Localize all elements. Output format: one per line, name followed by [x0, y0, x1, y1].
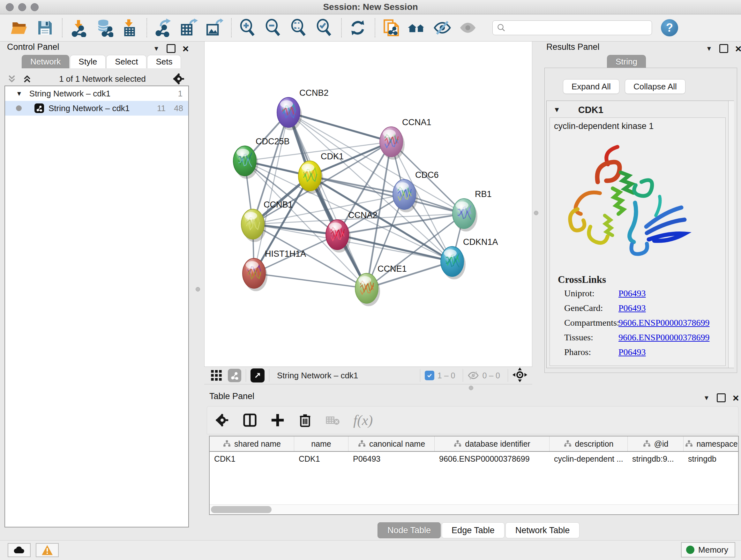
table-cell[interactable]: CDK1: [210, 454, 294, 463]
column-header-database-identifier[interactable]: database identifier: [434, 436, 549, 451]
column-header-name[interactable]: name: [294, 436, 348, 451]
tab-network[interactable]: Network: [22, 55, 69, 68]
network-edge[interactable]: [337, 235, 452, 261]
network-node-rb1[interactable]: [453, 199, 477, 232]
table-options-gear-icon[interactable]: [215, 413, 229, 428]
first-neighbors-button[interactable]: [406, 18, 427, 38]
table-cell[interactable]: 9606.ENSP00000378699: [434, 454, 549, 463]
add-column-plus-icon[interactable]: [270, 413, 285, 428]
zoom-selected-button[interactable]: [314, 18, 335, 38]
import-table-file-button[interactable]: [119, 18, 140, 38]
collapse-all-chevrons-icon[interactable]: [6, 73, 17, 84]
panel-float-icon[interactable]: [166, 44, 176, 53]
memory-button[interactable]: Memory: [681, 542, 735, 557]
panel-close-icon[interactable]: ×: [183, 45, 189, 52]
save-session-button[interactable]: [35, 18, 56, 38]
crosslink-link[interactable]: P06493: [618, 303, 646, 313]
scrollbar-thumb[interactable]: [211, 506, 272, 513]
tab-node-table[interactable]: Node Table: [378, 522, 441, 538]
window-close-button[interactable]: [6, 3, 14, 11]
network-node-ccnb1[interactable]: [241, 209, 266, 242]
column-header-description[interactable]: description: [549, 436, 628, 451]
column-header-canonical-name[interactable]: canonical name: [348, 436, 434, 451]
crosslink-link[interactable]: 9606.ENSP00000378699: [618, 332, 710, 343]
birdseye-navigator-button[interactable]: [513, 368, 527, 383]
panel-float-icon[interactable]: [717, 393, 726, 402]
network-node-ccna2[interactable]: [326, 220, 351, 253]
toolbar-search-box[interactable]: [492, 20, 652, 35]
panel-close-icon[interactable]: ×: [735, 45, 741, 52]
open-in-new-window-button[interactable]: [251, 368, 265, 382]
tab-network-table[interactable]: Network Table: [506, 522, 580, 538]
crosslink-link[interactable]: P06493: [618, 347, 646, 357]
network-node-hist1h1a[interactable]: [243, 258, 267, 291]
import-network-file-button[interactable]: [68, 18, 89, 38]
crosslink-link[interactable]: 9606.ENSP00000378699: [618, 318, 710, 328]
export-network-button[interactable]: [152, 18, 174, 38]
help-button[interactable]: ?: [661, 19, 678, 37]
tab-edge-table[interactable]: Edge Table: [442, 522, 504, 538]
selected-checkbox-icon[interactable]: [425, 371, 434, 380]
network-edge[interactable]: [288, 112, 391, 142]
column-header-namespace[interactable]: namespace: [684, 436, 739, 451]
right-splitter-handle[interactable]: [534, 211, 538, 215]
table-cell[interactable]: P06493: [348, 454, 434, 463]
new-network-from-selection-button[interactable]: [381, 18, 402, 38]
window-zoom-button[interactable]: [30, 3, 39, 11]
zoom-fit-button[interactable]: [288, 18, 309, 38]
open-session-button[interactable]: [9, 18, 30, 38]
table-row[interactable]: CDK1CDK1P064939606.ENSP00000378699cyclin…: [210, 452, 738, 466]
grid-view-button[interactable]: [210, 368, 223, 382]
table-h-scrollbar[interactable]: [210, 504, 738, 514]
panel-menu-caret-icon[interactable]: ▼: [706, 45, 712, 52]
tab-sets[interactable]: Sets: [147, 55, 181, 68]
table-cell[interactable]: stringdb:9...: [628, 454, 684, 463]
tab-string[interactable]: String: [607, 55, 646, 68]
column-header-shared-name[interactable]: shared name: [210, 436, 294, 451]
network-graph[interactable]: CCNB2CCNA1CDC25BCDK1CDC6RB1CCNB1CCNA2CDK…: [205, 42, 532, 366]
network-edge[interactable]: [254, 273, 367, 288]
window-minimize-button[interactable]: [18, 3, 26, 11]
crosslink-link[interactable]: P06493: [618, 288, 646, 299]
panel-menu-caret-icon[interactable]: ▼: [153, 45, 159, 52]
network-node-cdkn1a[interactable]: [441, 246, 466, 279]
expand-all-button[interactable]: Expand All: [563, 79, 619, 94]
expand-all-chevrons-icon[interactable]: [22, 73, 32, 84]
panel-close-icon[interactable]: ×: [733, 394, 739, 401]
search-input[interactable]: [506, 23, 645, 33]
show-all-button[interactable]: [457, 18, 478, 38]
left-splitter-handle[interactable]: [196, 287, 200, 292]
gene-collapse-caret-icon[interactable]: ▼: [553, 106, 560, 114]
zoom-in-button[interactable]: [237, 18, 258, 38]
network-canvas[interactable]: CCNB2CCNA1CDC25BCDK1CDC6RB1CCNB1CCNA2CDK…: [204, 42, 532, 367]
import-network-database-button[interactable]: [93, 18, 115, 38]
delete-column-trash-icon[interactable]: [298, 413, 313, 428]
tab-style[interactable]: Style: [70, 55, 106, 68]
hide-selected-button[interactable]: [432, 18, 453, 38]
export-table-button[interactable]: [178, 18, 199, 38]
network-view-share-button[interactable]: [228, 369, 241, 382]
cloud-status-button[interactable]: [8, 543, 30, 557]
table-cell[interactable]: CDK1: [294, 454, 348, 463]
warnings-button[interactable]: [36, 543, 59, 557]
export-image-button[interactable]: [204, 18, 225, 38]
panel-float-icon[interactable]: [719, 44, 728, 53]
zoom-out-button[interactable]: [263, 18, 284, 38]
refresh-button[interactable]: [347, 18, 368, 38]
network-node-ccnb2[interactable]: [277, 98, 302, 130]
panel-menu-caret-icon[interactable]: ▼: [703, 394, 710, 401]
show-columns-icon[interactable]: [242, 413, 258, 428]
tab-select[interactable]: Select: [106, 55, 146, 68]
collapse-all-button[interactable]: Collapse All: [625, 79, 685, 94]
gene-header-row[interactable]: ▼ CDK1: [553, 104, 723, 116]
network-options-gear-icon[interactable]: [172, 72, 185, 85]
network-collection-row[interactable]: ▼ String Network – cdk1 1: [5, 86, 188, 101]
network-node-ccne1[interactable]: [355, 273, 380, 306]
network-row-selected[interactable]: String Network – cdk1 11 48: [5, 101, 188, 116]
table-cell[interactable]: stringdb: [684, 454, 739, 463]
network-edge[interactable]: [288, 112, 367, 288]
collection-expand-caret-icon[interactable]: ▼: [16, 90, 22, 98]
table-cell[interactable]: cyclin-dependent ...: [549, 454, 628, 463]
node-table[interactable]: shared namenamecanonical namedatabase id…: [209, 436, 739, 515]
column-header--id[interactable]: @id: [628, 436, 684, 451]
